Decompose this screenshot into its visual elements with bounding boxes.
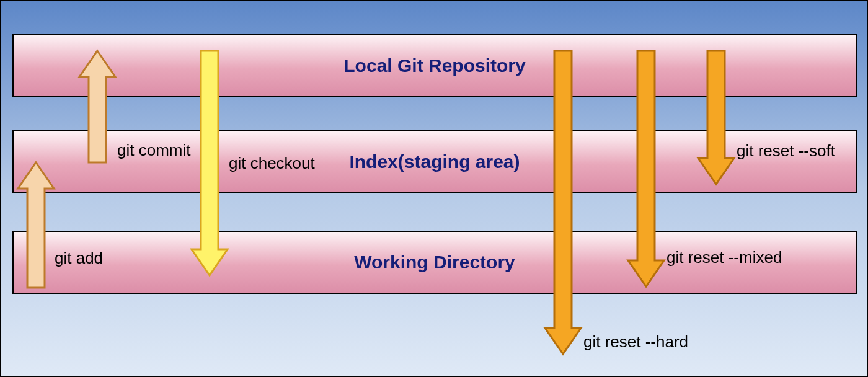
diagram-canvas: Local Git Repository Index(staging area)…: [0, 0, 868, 377]
layer-local-repo: Local Git Repository: [12, 34, 857, 97]
layer-index: Index(staging area): [12, 130, 857, 193]
label-git-reset-soft: git reset --soft: [737, 141, 835, 161]
label-git-reset-mixed: git reset --mixed: [666, 248, 782, 267]
layer-working-dir-label: Working Directory: [354, 252, 515, 273]
layer-index-label: Index(staging area): [349, 151, 520, 172]
label-git-add: git add: [55, 249, 103, 268]
layer-local-repo-label: Local Git Repository: [343, 55, 525, 76]
label-git-checkout: git checkout: [229, 154, 315, 173]
label-git-commit: git commit: [117, 141, 190, 160]
label-git-reset-hard: git reset --hard: [583, 332, 688, 352]
